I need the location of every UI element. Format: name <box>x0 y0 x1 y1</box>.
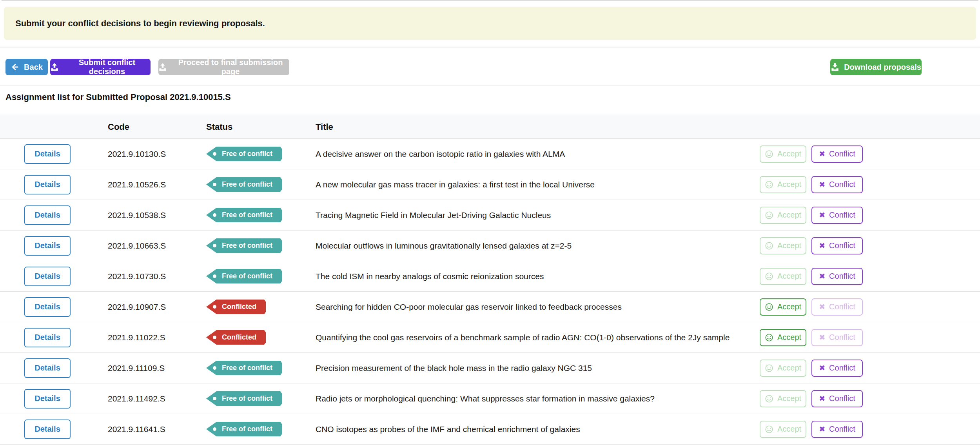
conflict-button-label: Conflict <box>829 211 855 220</box>
smiley-icon <box>765 303 773 311</box>
conflict-button[interactable]: ✖ Conflict <box>811 360 863 377</box>
details-button[interactable]: Details <box>24 420 71 439</box>
conflict-button[interactable]: ✖ Conflict <box>811 145 863 163</box>
conflict-button[interactable]: ✖ Conflict <box>811 390 863 407</box>
submit-button-label: Submit conflict decisions <box>64 58 151 76</box>
conflict-button: ✖ Conflict <box>811 329 863 346</box>
accept-button: Accept <box>760 145 806 163</box>
proposal-title: CNO isotopes as probes of the IMF and ch… <box>316 425 760 434</box>
accept-button[interactable]: Accept <box>760 329 806 346</box>
accept-button: Accept <box>760 176 806 193</box>
conflict-button-label: Conflict <box>829 241 855 250</box>
table-row: Details 2021.9.11641.S Free of conflict … <box>0 414 980 445</box>
download-proposals-button[interactable]: Download proposals <box>830 59 922 75</box>
smiley-icon <box>765 364 773 372</box>
proposal-title: Precision measurement of the black hole … <box>316 363 760 373</box>
proposal-title: Tracing Magnetic Field in Molecular Jet-… <box>316 211 760 220</box>
accept-button-label: Accept <box>777 180 801 189</box>
conflict-button-label: Conflict <box>829 333 855 342</box>
status-badge-label: Conflicted <box>222 303 256 311</box>
accept-button-label: Accept <box>777 333 801 342</box>
details-button[interactable]: Details <box>24 297 71 317</box>
proposal-title: The cold ISM in nearby analogs of cosmic… <box>316 272 760 281</box>
conflict-button[interactable]: ✖ Conflict <box>811 176 863 193</box>
x-icon: ✖ <box>819 150 825 158</box>
column-header-code: Code <box>108 121 206 132</box>
proposal-code: 2021.9.10130.S <box>108 149 206 159</box>
accept-button: Accept <box>760 237 806 254</box>
smiley-icon <box>765 425 773 434</box>
table-row: Details 2021.9.10538.S Free of conflict … <box>0 200 980 231</box>
status-dot-icon <box>213 183 216 186</box>
status-badge: Free of conflict <box>206 269 282 283</box>
details-button[interactable]: Details <box>24 236 71 256</box>
status-badge: Free of conflict <box>206 422 282 436</box>
status-badge: Free of conflict <box>206 147 282 161</box>
smiley-icon <box>765 272 773 281</box>
status-badge: Free of conflict <box>206 208 282 222</box>
status-dot-icon <box>213 305 216 309</box>
column-header-actions <box>760 126 863 127</box>
status-badge: Free of conflict <box>206 391 282 406</box>
status-dot-icon <box>213 427 216 431</box>
details-button[interactable]: Details <box>24 175 71 194</box>
proposal-code: 2021.9.10907.S <box>108 302 206 312</box>
x-icon: ✖ <box>819 181 825 188</box>
accept-button-label: Accept <box>777 425 801 434</box>
conflict-button-label: Conflict <box>829 149 855 158</box>
table-row: Details 2021.9.10663.S Free of conflict … <box>0 231 980 261</box>
status-dot-icon <box>213 366 216 370</box>
details-button[interactable]: Details <box>24 328 71 347</box>
status-badge: Conflicted <box>206 330 266 345</box>
conflict-button[interactable]: ✖ Conflict <box>811 421 863 438</box>
conflict-button-label: Conflict <box>829 394 855 403</box>
smiley-icon <box>765 211 773 220</box>
conflict-button[interactable]: ✖ Conflict <box>811 207 863 224</box>
table-row: Details 2021.9.11022.S Conflicted Quanti… <box>0 322 980 353</box>
x-icon: ✖ <box>819 211 825 219</box>
status-badge-label: Free of conflict <box>222 180 272 189</box>
status-dot-icon <box>213 152 216 156</box>
details-button[interactable]: Details <box>24 267 71 286</box>
table-header-row: Code Status Title <box>0 114 980 139</box>
column-header-status: Status <box>206 121 316 132</box>
conflict-button[interactable]: ✖ Conflict <box>811 237 863 254</box>
smiley-icon <box>765 394 773 403</box>
submit-conflict-decisions-button[interactable]: Submit conflict decisions <box>50 59 151 75</box>
proposal-title: A new molecular gas mass tracer in galax… <box>316 180 760 189</box>
proposal-title: A decisive answer on the carbon isotopic… <box>316 149 760 159</box>
status-dot-icon <box>213 213 216 217</box>
accept-button-label: Accept <box>777 394 801 403</box>
details-button[interactable]: Details <box>24 205 71 225</box>
status-badge: Free of conflict <box>206 238 282 253</box>
back-button[interactable]: Back <box>5 59 48 75</box>
conflict-button-label: Conflict <box>829 425 855 434</box>
conflict-button[interactable]: ✖ Conflict <box>811 268 863 285</box>
proceed-button-label: Proceed to final submission page <box>172 58 289 76</box>
accept-button-label: Accept <box>777 302 801 311</box>
status-badge-label: Free of conflict <box>222 272 272 280</box>
table-row: Details 2021.9.10526.S Free of conflict … <box>0 169 980 200</box>
details-button[interactable]: Details <box>24 358 71 378</box>
proceed-final-submission-button: Proceed to final submission page <box>158 59 289 75</box>
details-button[interactable]: Details <box>24 144 71 164</box>
accept-button-label: Accept <box>777 211 801 220</box>
status-badge-label: Conflicted <box>222 333 256 341</box>
status-dot-icon <box>213 336 216 339</box>
accept-button[interactable]: Accept <box>760 298 806 316</box>
status-badge-label: Free of conflict <box>222 364 272 372</box>
smiley-icon <box>765 242 773 250</box>
back-button-label: Back <box>24 63 43 72</box>
proposal-code: 2021.9.10730.S <box>108 272 206 281</box>
proposal-code: 2021.9.11641.S <box>108 425 206 434</box>
download-button-label: Download proposals <box>844 63 921 72</box>
conflict-button: ✖ Conflict <box>811 298 863 316</box>
table-row: Details 2021.9.10907.S Conflicted Search… <box>0 292 980 322</box>
details-button[interactable]: Details <box>24 389 71 409</box>
upload-icon <box>50 63 59 71</box>
status-badge: Free of conflict <box>206 177 282 192</box>
smiley-icon <box>765 333 773 342</box>
x-icon: ✖ <box>819 303 825 311</box>
status-dot-icon <box>213 244 216 247</box>
column-header-title: Title <box>316 121 760 132</box>
